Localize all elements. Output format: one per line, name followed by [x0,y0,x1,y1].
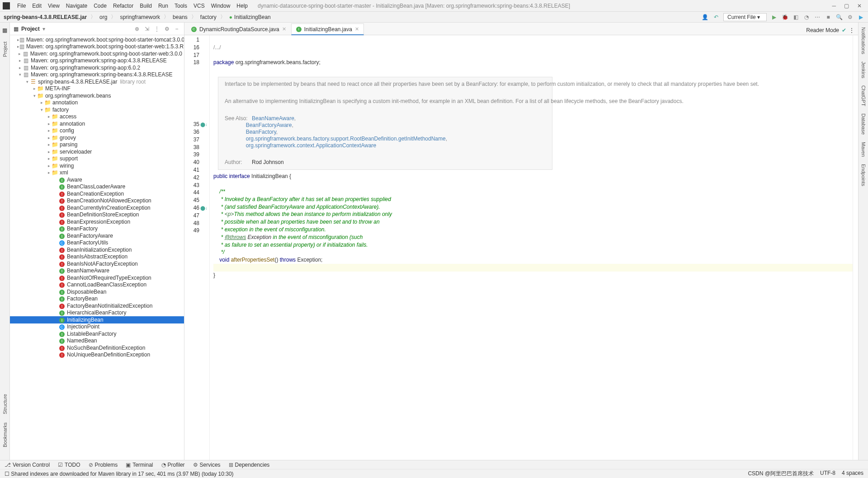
tree-row[interactable]: !BeanDefinitionStoreException [10,211,184,219]
breadcrumb-part[interactable]: factory [200,14,217,20]
tree-row[interactable]: ▸▥Maven: org.springframework.boot:spring… [10,36,184,43]
profile-icon[interactable]: ◔ [803,14,810,21]
tree-row[interactable]: ▸📁serviceloader [10,148,184,155]
tree-row[interactable]: CInjectionPoint [10,323,184,331]
project-tool[interactable]: Project [2,42,8,57]
tree-row[interactable]: ▸📁xml [10,169,184,177]
tree-row[interactable]: IFactoryBean [10,295,184,303]
tree-row[interactable]: ▸📁parsing [10,141,184,149]
project-label[interactable]: Project [21,26,40,32]
menu-tools[interactable]: Tools [172,2,190,10]
tree-row[interactable]: !BeanIsNotAFactoryException [10,260,184,267]
reader-mode-bar[interactable]: Reader Mode✔⋮ [806,27,854,33]
breadcrumb-part[interactable]: org [99,14,107,20]
tree-row[interactable]: IBeanNameAware [10,267,184,275]
project-view-icon[interactable]: ▦ [14,26,19,32]
tree-row[interactable]: ▸📁META-INF [10,85,184,93]
tree-row[interactable]: !BeanCurrentlyInCreationException [10,204,184,211]
select-opened-icon[interactable]: ⊕ [133,25,141,33]
close-tab-icon[interactable]: ✕ [282,26,286,32]
tree-row[interactable]: ▸📁groovy [10,134,184,141]
menu-code[interactable]: Code [91,2,109,10]
notifications-tool[interactable]: Notifications [861,27,866,54]
menu-window[interactable]: Window [208,2,233,10]
tab-active[interactable]: I InitializingBean.java ✕ [291,23,364,35]
tree-row[interactable]: !FactoryBeanNotInitializedException [10,302,184,309]
tree-row[interactable]: ▸📁annotation [10,99,184,107]
code-content[interactable]: /.../ package org.springframework.beans.… [210,35,853,460]
tree-row[interactable]: ▾☰spring-beans-4.3.8.RELEASE.jarlibrary … [10,78,184,85]
tree-row[interactable]: ▸▥Maven: org.springframework:spring-aop:… [10,64,184,71]
menu-vcs[interactable]: VCS [191,2,208,10]
tab[interactable]: C DynamicRoutingDataSource.java ✕ [186,23,291,35]
chevron-down-icon[interactable]: ▾ [42,26,45,32]
tree-row[interactable]: IBeanFactory [10,225,184,233]
breadcrumb-jar[interactable]: spring-beans-4.3.8.RELEASE.jar [4,14,87,20]
tree-row[interactable]: !BeanInitializationException [10,246,184,253]
search-icon[interactable]: 🔍 [835,14,843,21]
stop-icon[interactable]: ■ [825,14,832,21]
tree-row[interactable]: !CannotLoadBeanClassException [10,281,184,289]
tree-row[interactable]: !BeanCreationException [10,190,184,197]
status-indent[interactable]: 4 spaces [842,470,863,478]
tree-row[interactable]: ▾📁factory [10,106,184,113]
problems-tool[interactable]: ⊘ Problems [89,462,118,468]
menu-file[interactable]: File [14,2,28,10]
tree-row[interactable]: IBeanFactoryAware [10,232,184,239]
close-icon[interactable]: ✕ [857,3,862,9]
tree-row[interactable]: ▸▥Maven: org.springframework.boot:spring… [10,43,184,51]
play-arrow-icon[interactable]: ▶ [857,14,864,21]
breadcrumb-file[interactable]: InitializingBean [234,14,271,20]
maximize-icon[interactable]: ▢ [844,3,849,9]
expand-icon[interactable]: ⇲ [143,25,151,33]
debug-icon[interactable]: 🐞 [781,14,788,21]
tree-row[interactable]: !BeanIsAbstractException [10,253,184,261]
close-tab-icon[interactable]: ✕ [355,26,359,32]
breadcrumb-part[interactable]: beans [173,14,188,20]
tree-row[interactable]: !BeanNotOfRequiredTypeException [10,274,184,281]
settings-icon[interactable]: ⚙ [846,14,854,21]
services-tool[interactable]: ⚙ Services [193,462,221,468]
version-control-tool[interactable]: ⎇ Version Control [5,462,50,468]
tree-row[interactable]: ▾📁org.springframework.beans [10,92,184,99]
profiler-tool[interactable]: ◔ Profiler [161,462,185,468]
tree-row[interactable]: INamedBean [10,337,184,345]
tree-row[interactable]: IInitializingBean [10,316,184,323]
maven-tool[interactable]: Maven [861,142,866,157]
tree-row[interactable]: ▸📁wiring [10,162,184,169]
tree-row[interactable]: ▸📁config [10,127,184,135]
tree-row[interactable]: !BeanCreationNotAllowedException [10,197,184,205]
run-config-select[interactable]: Current File ▾ [723,13,767,21]
tree-row[interactable]: ▸▥Maven: org.springframework:spring-aop:… [10,57,184,65]
tree-row[interactable]: IAware [10,176,184,183]
tree-row[interactable]: !NoSuchBeanDefinitionException [10,344,184,351]
coverage-icon[interactable]: ◧ [792,14,799,21]
tree-row[interactable]: ▸📁annotation [10,120,184,127]
tree-row[interactable]: IDisposableBean [10,288,184,295]
tree-row[interactable]: IBeanClassLoaderAware [10,183,184,191]
menu-refactor[interactable]: Refactor [110,2,136,10]
minimize-icon[interactable]: ─ [832,3,836,9]
structure-tool[interactable]: Structure [2,394,8,414]
chatgpt-tool[interactable]: ChatGPT [861,85,866,106]
collapse-icon[interactable]: ⋮ [153,25,160,33]
menu-help[interactable]: Help [234,2,250,10]
jenkins-tool[interactable]: Jenkins [861,61,866,78]
menu-edit[interactable]: Edit [29,2,44,10]
user-icon[interactable]: 👤▾ [702,14,709,21]
endpoints-tool[interactable]: Endpoints [861,164,866,186]
bookmarks-tool[interactable]: Bookmarks [2,422,8,447]
project-tool-icon[interactable]: ▦ [2,27,7,33]
run-icon[interactable]: ▶ [770,14,778,21]
status-encoding[interactable]: UTF-8 [820,470,835,478]
todo-tool[interactable]: ☑ TODO [58,462,80,468]
gear-icon[interactable]: ⚙ [163,25,170,33]
tree-row[interactable]: IHierarchicalBeanFactory [10,309,184,317]
project-tree[interactable]: ▸▥Maven: org.springframework.boot:spring… [10,35,184,460]
menu-build[interactable]: Build [137,2,155,10]
hide-icon[interactable]: − [173,25,180,33]
tree-row[interactable]: ▸📁access [10,113,184,121]
tree-row[interactable]: ▾▥Maven: org.springframework:spring-bean… [10,71,184,79]
tree-row[interactable]: !BeanExpressionException [10,218,184,225]
breadcrumb-part[interactable]: springframework [120,14,160,20]
